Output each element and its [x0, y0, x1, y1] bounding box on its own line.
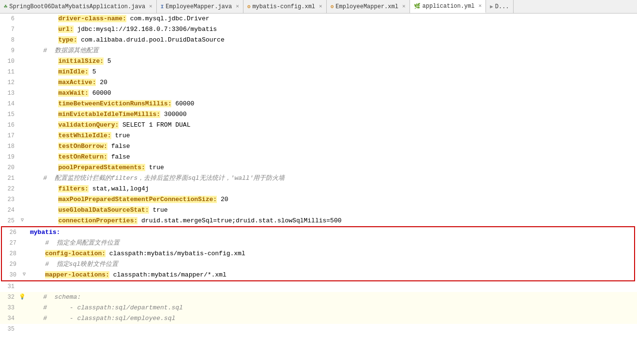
mybatis-section-box: 26 mybatis: 27 # 指定全局配置文件位置 28 config-lo…	[1, 226, 635, 281]
line-content: filters: stat,wall,log4j	[26, 184, 637, 194]
tab-icon-applicationyml: 🌿	[414, 3, 421, 9]
line-row: 29 # 指定sql映射文件位置	[2, 259, 634, 270]
line-row: 28 config-location: classpath:mybatis/my…	[2, 248, 634, 259]
line-content: config-location: classpath:mybatis/mybat…	[28, 248, 634, 259]
tab-applicationyml[interactable]: 🌿 application.yml ✕	[410, 0, 486, 13]
line-row: 27 # 指定全局配置文件位置	[2, 238, 634, 248]
fold-icon[interactable]: ▽	[21, 216, 24, 225]
line-number: 22	[0, 184, 18, 194]
line-content: url: jdbc:mysql://192.168.0.7:3306/mybat…	[26, 24, 637, 35]
line-content: connectionProperties: druid.stat.mergeSq…	[26, 216, 637, 226]
line-content: # 数据源其他配置	[26, 45, 637, 56]
line-number: 32	[0, 292, 18, 303]
line-row: 11 minIdle: 5	[0, 67, 637, 77]
line-row: 7 url: jdbc:mysql://192.168.0.7:3306/myb…	[0, 24, 637, 35]
line-number: 12	[0, 77, 18, 88]
line-number: 19	[0, 152, 18, 162]
line-content: timeBetweenEvictionRunsMillis: 60000	[26, 99, 637, 109]
line-number: 18	[0, 141, 18, 152]
line-row: 20 poolPreparedStatements: true	[0, 162, 637, 173]
line-content: maxActive: 20	[26, 77, 637, 88]
line-content: mybatis:	[28, 227, 634, 238]
line-row: 15 minEvictableIdleTimeMillis: 300000	[0, 109, 637, 120]
line-content: poolPreparedStatements: true	[26, 162, 637, 173]
line-row: 6 driver-class-name: com.mysql.jdbc.Driv…	[0, 14, 637, 24]
line-content: # schema:	[26, 292, 637, 303]
tab-label-mybatisconfig: mybatis-config.xml	[252, 3, 315, 10]
tab-icon-debug: ▶	[490, 3, 493, 10]
tab-icon-springboot: ☘	[4, 3, 7, 10]
line-row: 18 testOnBorrow: false	[0, 141, 637, 152]
line-number: 26	[2, 227, 20, 238]
tab-label-employeemapper: EmployeeMapper.java	[166, 3, 232, 10]
line-row: 33 # - classpath:sql/department.sql	[0, 303, 637, 313]
line-number: 23	[0, 194, 18, 205]
line-content: type: com.alibaba.druid.pool.DruidDataSo…	[26, 35, 637, 45]
bulb-icon: 💡	[19, 292, 26, 302]
line-number: 7	[0, 24, 18, 35]
line-content: # - classpath:sql/employee.sql	[26, 313, 637, 324]
line-content: testWhileIdle: true	[26, 131, 637, 141]
tab-employeemapperxml[interactable]: ⚙ EmployeeMapper.xml ✕	[327, 0, 410, 13]
line-number: 25	[0, 216, 18, 226]
line-number: 8	[0, 35, 18, 45]
line-number: 27	[2, 238, 20, 248]
line-content: # 指定sql映射文件位置	[28, 259, 634, 270]
fold-icon[interactable]: ▽	[23, 270, 26, 279]
tab-springboot[interactable]: ☘ SpringBoot06DataMybatisApplication.jav…	[0, 0, 157, 13]
line-number: 29	[2, 259, 20, 270]
tab-icon-employeemapperxml: ⚙	[331, 3, 334, 10]
tab-close-applicationyml[interactable]: ✕	[479, 3, 482, 9]
line-content: # - classpath:sql/department.sql	[26, 303, 637, 313]
line-number: 33	[0, 303, 18, 313]
line-row: 14 timeBetweenEvictionRunsMillis: 60000	[0, 99, 637, 109]
tab-close-employeemapperxml[interactable]: ✕	[402, 4, 406, 9]
line-content: minIdle: 5	[26, 67, 637, 77]
tab-mybatisconfig[interactable]: ⚙ mybatis-config.xml ✕	[243, 0, 327, 13]
line-number: 14	[0, 99, 18, 109]
line-row: 22 filters: stat,wall,log4j	[0, 184, 637, 194]
line-number: 11	[0, 67, 18, 77]
code-editor: 6 driver-class-name: com.mysql.jdbc.Driv…	[0, 14, 637, 364]
line-row: 30 ▽ mapper-locations: classpath:mybatis…	[2, 270, 634, 280]
line-row: 34 # - classpath:sql/employee.sql	[0, 313, 637, 324]
line-number: 10	[0, 56, 18, 67]
tab-employeemapper[interactable]: I EmployeeMapper.java ✕	[157, 0, 243, 13]
line-number: 17	[0, 131, 18, 141]
line-row: 9 # 数据源其他配置	[0, 45, 637, 56]
line-gutter: 💡	[18, 292, 26, 302]
tab-debug[interactable]: ▶ D...	[486, 0, 513, 13]
line-row: 24 useGlobalDataSourceStat: true	[0, 205, 637, 216]
line-row: 23 maxPoolPreparedStatementPerConnection…	[0, 194, 637, 205]
line-number: 6	[0, 14, 18, 24]
line-row: 10 initialSize: 5	[0, 56, 637, 67]
line-row: 8 type: com.alibaba.druid.pool.DruidData…	[0, 35, 637, 45]
line-row: 35	[0, 324, 637, 335]
line-content: testOnBorrow: false	[26, 141, 637, 152]
line-number: 31	[0, 281, 18, 292]
tab-icon-mybatisconfig: ⚙	[247, 3, 251, 10]
line-content: useGlobalDataSourceStat: true	[26, 205, 637, 216]
line-row: 12 maxActive: 20	[0, 77, 637, 88]
line-number: 20	[0, 162, 18, 173]
line-number: 28	[2, 248, 20, 259]
tab-close-springboot[interactable]: ✕	[149, 4, 152, 9]
line-row: 31	[0, 281, 637, 292]
line-number: 15	[0, 109, 18, 120]
tab-close-mybatisconfig[interactable]: ✕	[319, 4, 322, 9]
tab-label-employeemapperxml: EmployeeMapper.xml	[335, 3, 398, 10]
tab-icon-employeemapper: I	[161, 4, 164, 10]
line-content: initialSize: 5	[26, 56, 637, 67]
tab-label-applicationyml: application.yml	[423, 3, 475, 10]
line-content: # 指定全局配置文件位置	[28, 238, 634, 248]
line-number: 35	[0, 324, 18, 335]
line-row: 16 validationQuery: SELECT 1 FROM DUAL	[0, 120, 637, 131]
line-number: 9	[0, 45, 18, 56]
tab-close-employeemapper[interactable]: ✕	[236, 4, 239, 9]
line-content: mapper-locations: classpath:mybatis/mapp…	[28, 270, 634, 280]
tab-bar: ☘ SpringBoot06DataMybatisApplication.jav…	[0, 0, 637, 14]
line-content: minEvictableIdleTimeMillis: 300000	[26, 109, 637, 120]
line-row: 17 testWhileIdle: true	[0, 131, 637, 141]
line-number: 13	[0, 88, 18, 99]
tab-label-debug: D...	[495, 3, 509, 10]
